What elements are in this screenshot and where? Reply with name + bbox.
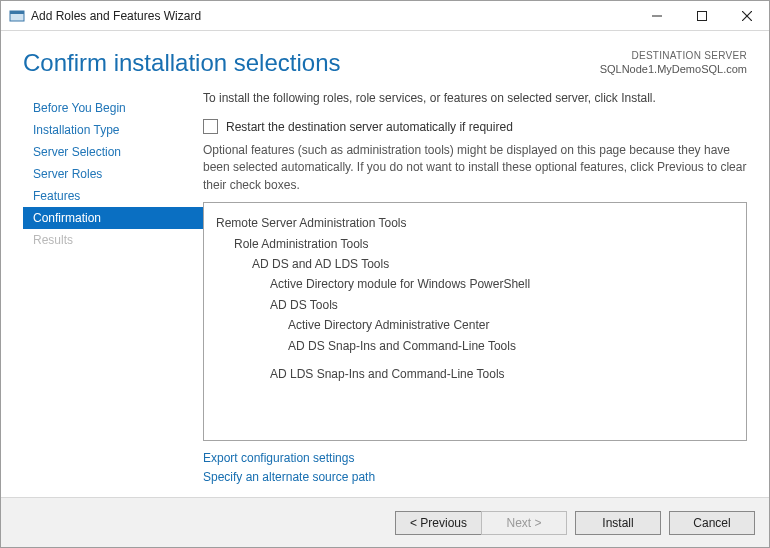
sidebar-item-results: Results [23,229,203,251]
intro-text: To install the following roles, role ser… [203,91,747,105]
destination-server-block: DESTINATION SERVER SQLNode1.MyDemoSQL.co… [600,49,747,76]
minimize-button[interactable] [634,1,679,31]
tree-item: Active Directory module for Windows Powe… [216,274,734,294]
install-button[interactable]: Install [575,511,661,535]
tree-item: AD LDS Snap-Ins and Command-Line Tools [216,364,734,384]
destination-value: SQLNode1.MyDemoSQL.com [600,62,747,76]
tree-item: AD DS and AD LDS Tools [216,254,734,274]
destination-label: DESTINATION SERVER [600,49,747,62]
restart-checkbox-label: Restart the destination server automatic… [226,120,513,134]
export-configuration-link[interactable]: Export configuration settings [203,449,747,468]
tree-item: Role Administration Tools [216,234,734,254]
alternate-source-path-link[interactable]: Specify an alternate source path [203,468,747,487]
cancel-button[interactable]: Cancel [669,511,755,535]
links: Export configuration settings Specify an… [203,441,747,497]
next-button: Next > [481,511,567,535]
sidebar-item-confirmation[interactable]: Confirmation [23,207,203,229]
wizard-window: Add Roles and Features Wizard Confirm in… [0,0,770,548]
selected-features-tree: Remote Server Administration Tools Role … [203,202,747,440]
footer: < Previous Next > Install Cancel [1,497,769,547]
svg-rect-1 [10,11,24,14]
app-icon [9,8,25,24]
restart-checkbox[interactable] [203,119,218,134]
close-button[interactable] [724,1,769,31]
sidebar-item-server-selection[interactable]: Server Selection [23,141,203,163]
previous-button[interactable]: < Previous [395,511,481,535]
page-title: Confirm installation selections [23,49,600,77]
titlebar: Add Roles and Features Wizard [1,1,769,31]
sidebar-item-installation-type[interactable]: Installation Type [23,119,203,141]
svg-rect-3 [697,11,706,20]
main-pane: To install the following roles, role ser… [203,91,747,497]
window-title: Add Roles and Features Wizard [31,9,201,23]
sidebar-item-server-roles[interactable]: Server Roles [23,163,203,185]
tree-item: AD DS Tools [216,295,734,315]
sidebar-item-before-you-begin[interactable]: Before You Begin [23,97,203,119]
optional-features-text: Optional features (such as administratio… [203,142,747,194]
tree-item: Remote Server Administration Tools [216,213,734,233]
maximize-button[interactable] [679,1,724,31]
tree-item: Active Directory Administrative Center [216,315,734,335]
sidebar-item-features[interactable]: Features [23,185,203,207]
header: Confirm installation selections DESTINAT… [1,31,769,83]
sidebar: Before You Begin Installation Type Serve… [23,91,203,497]
tree-item: AD DS Snap-Ins and Command-Line Tools [216,336,734,356]
restart-checkbox-row[interactable]: Restart the destination server automatic… [203,119,747,134]
